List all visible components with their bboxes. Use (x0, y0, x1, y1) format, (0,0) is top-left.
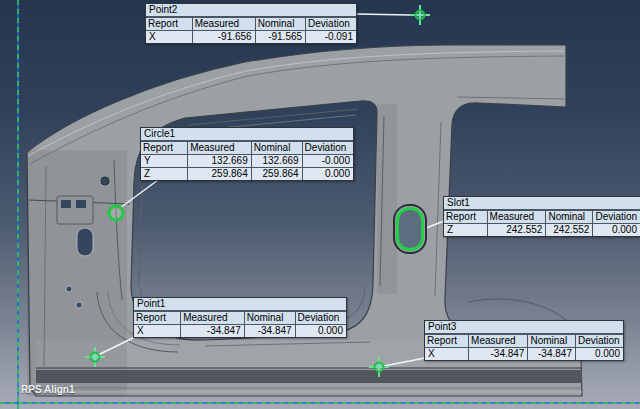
deviation-value: 0.000 (575, 348, 623, 361)
measured-value: -34.847 (469, 348, 528, 361)
column-header: Nominal (251, 142, 302, 155)
column-header: Nominal (244, 312, 295, 325)
table-title: Point1 (134, 298, 346, 311)
nominal-value: -91.565 (255, 31, 305, 44)
table-row: Z 259.864 259.864 0.000 (141, 168, 353, 181)
table-title: Point3 (425, 321, 623, 334)
column-header: Nominal (255, 18, 305, 31)
column-header: Deviation (593, 211, 640, 224)
column-header: Deviation (295, 312, 346, 325)
column-header: Nominal (546, 211, 593, 224)
column-header: Report (146, 18, 192, 31)
column-header: Measured (487, 211, 546, 224)
measured-value: -34.847 (181, 325, 245, 338)
column-header: Measured (181, 312, 245, 325)
measured-value: 132.669 (188, 155, 252, 168)
measured-value: 242.552 (487, 224, 546, 237)
measurement-table-slot1[interactable]: Slot1 Report Measured Nominal Deviation … (443, 196, 640, 237)
table-row: Y 132.669 132.669 -0.000 (141, 155, 353, 168)
table-title: Point2 (146, 4, 356, 17)
nominal-value: -34.847 (528, 348, 576, 361)
report-cell: Z (141, 168, 188, 181)
column-header: Deviation (575, 335, 623, 348)
measurement-table-point1[interactable]: Point1 Report Measured Nominal Deviation… (133, 297, 347, 338)
report-cell: Z (444, 224, 487, 237)
table-row: X -34.847 -34.847 0.000 (425, 348, 623, 361)
nominal-value: -34.847 (244, 325, 295, 338)
table-row: X -34.847 -34.847 0.000 (134, 325, 346, 338)
alignment-label: RPS Align1 (21, 384, 75, 395)
report-cell: Y (141, 155, 188, 168)
table-title: Circle1 (141, 128, 353, 141)
point2-target-icon[interactable] (410, 5, 430, 25)
column-header: Report (141, 142, 188, 155)
deviation-value: -0.000 (302, 155, 353, 168)
deviation-value: 0.000 (593, 224, 640, 237)
obround-hole (77, 228, 93, 256)
nominal-value: 259.864 (251, 168, 302, 181)
measured-value: -91.656 (192, 31, 255, 44)
column-header: Report (444, 211, 487, 224)
inspection-viewport[interactable]: Point2 Report Measured Nominal Deviation… (0, 0, 640, 409)
pilot-hole (101, 177, 109, 185)
column-header: Report (425, 335, 469, 348)
column-header: Measured (469, 335, 528, 348)
column-header: Deviation (302, 142, 353, 155)
column-header: Measured (192, 18, 255, 31)
circle1-feature-icon[interactable] (109, 206, 123, 220)
table-row: X -91.656 -91.565 -0.091 (146, 31, 356, 44)
table-title: Slot1 (444, 197, 640, 210)
measurement-table-point3[interactable]: Point3 Report Measured Nominal Deviation… (424, 320, 624, 361)
nominal-value: 132.669 (251, 155, 302, 168)
column-header: Report (134, 312, 181, 325)
deviation-value: 0.000 (295, 325, 346, 338)
column-header: Deviation (306, 18, 356, 31)
measurement-table-circle1[interactable]: Circle1 Report Measured Nominal Deviatio… (140, 127, 354, 181)
column-header: Nominal (528, 335, 576, 348)
nominal-value: 242.552 (546, 224, 593, 237)
report-cell: X (425, 348, 469, 361)
deviation-value: 0.000 (302, 168, 353, 181)
deviation-value: -0.091 (306, 31, 356, 44)
measurement-table-point2[interactable]: Point2 Report Measured Nominal Deviation… (145, 3, 357, 44)
report-cell: X (146, 31, 192, 44)
measured-value: 259.864 (188, 168, 252, 181)
report-cell: X (134, 325, 181, 338)
column-header: Measured (188, 142, 252, 155)
table-row: Z 242.552 242.552 0.000 (444, 224, 640, 237)
